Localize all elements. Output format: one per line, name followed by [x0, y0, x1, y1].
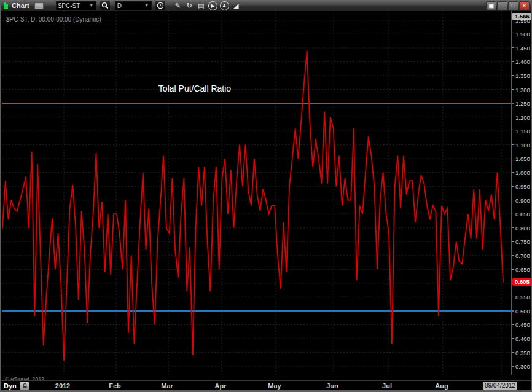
eraser-button[interactable]: ◢: [231, 1, 241, 10]
y-tick-mark: [512, 200, 514, 200]
y-tick-label: 1.100: [515, 142, 530, 149]
y-tick-mark: [512, 159, 514, 159]
y-tick-mark: [512, 103, 514, 104]
y-tick-mark: [512, 20, 514, 20]
y-tick-label: 0.350: [515, 350, 530, 356]
y-tick-label: 0.300: [515, 363, 530, 370]
y-tick-label: 1.550: [515, 17, 530, 24]
window-title: Chart: [12, 2, 29, 9]
x-axis-label: Mar: [161, 382, 173, 390]
x-axis-label: 2012: [55, 382, 70, 390]
x-axis-label: Feb: [109, 382, 121, 390]
interval-combo[interactable]: D ▼: [115, 1, 152, 10]
refresh-icon: ↻: [187, 2, 192, 10]
play-icon: ▶: [208, 1, 217, 10]
draw-pencil-button[interactable]: ✎: [173, 1, 183, 10]
x-axis-label: May: [268, 382, 281, 390]
plot-bottom-border: [1, 375, 510, 375]
y-tick-label: 1.000: [515, 170, 530, 176]
toolbar-buttons: ✎↻▤▶A◢: [171, 1, 241, 10]
cursor-date-badge: 09/04/2012: [483, 382, 517, 390]
chart-text-annotation[interactable]: Tolal Put/Call Ratio: [158, 84, 231, 93]
y-tick-mark: [512, 89, 514, 90]
y-tick-mark: [512, 324, 514, 325]
maximize-button[interactable]: □: [508, 1, 518, 10]
auto-study-button[interactable]: A: [219, 1, 230, 10]
y-tick-mark: [512, 214, 514, 214]
quote-note-button[interactable]: ▤: [196, 1, 206, 10]
y-tick-mark: [512, 117, 514, 117]
y-tick-mark: [512, 227, 514, 228]
chevron-down-icon: ▼: [89, 3, 94, 8]
last-price-badge: 0.605: [512, 278, 532, 286]
lock-icon: [22, 383, 28, 389]
interval-value: D: [117, 2, 122, 9]
y-tick-label: 1.150: [515, 128, 530, 135]
refresh-button[interactable]: ↻: [184, 1, 195, 10]
float-button[interactable]: ▣: [486, 1, 496, 10]
y-tick-mark: [512, 75, 514, 76]
window-controls: ▣–□×: [486, 1, 530, 10]
chart-plot-area[interactable]: $PC-ST, D, 00:00-00:00 (Dynamic) Tolal P…: [2, 11, 511, 375]
symbol-value: $PC-ST: [58, 2, 80, 9]
y-axis-scale[interactable]: 1.566 0.605 1.5501.5001.4501.4001.3501.3…: [511, 11, 532, 375]
interval-clock-button[interactable]: [155, 1, 165, 10]
play-button[interactable]: ▶: [208, 1, 218, 10]
y-tick-label: 0.950: [515, 183, 530, 190]
y-tick-mark: [512, 131, 514, 131]
chart-app-icon: [4, 2, 8, 9]
y-tick-label: 0.650: [515, 266, 530, 273]
y-tick-mark: [512, 186, 514, 187]
y-tick-label: 0.550: [515, 294, 530, 300]
y-tick-label: 0.850: [515, 211, 530, 218]
y-tick-mark: [512, 47, 514, 48]
y-tick-mark: [512, 34, 514, 34]
y-tick-mark: [512, 352, 514, 353]
link-group-badge-icon[interactable]: [34, 2, 44, 9]
y-tick-mark: [512, 61, 514, 62]
y-tick-label: 0.400: [515, 335, 530, 342]
y-tick-mark: [512, 172, 514, 173]
y-tick-mark: [512, 144, 514, 145]
x-axis-label: Aug: [435, 382, 448, 390]
eraser-icon: ◢: [233, 2, 238, 10]
y-tick-label: 0.900: [515, 197, 530, 204]
y-tick-label: 0.800: [515, 225, 530, 232]
chart-window: Chart $PC-ST ▼ D ▼ ✎↻▤▶A◢ ▣–□× $PC: [0, 0, 532, 392]
y-tick-label: 1.350: [515, 73, 530, 79]
y-tick-mark: [512, 297, 514, 297]
magnifier-icon: [101, 2, 109, 9]
y-tick-label: 1.450: [515, 45, 530, 52]
symbol-search-button[interactable]: [100, 1, 110, 10]
y-tick-mark: [512, 366, 514, 367]
symbol-combo[interactable]: $PC-ST ▼: [56, 1, 96, 10]
y-tick-label: 0.500: [515, 308, 530, 315]
y-tick-mark: [512, 338, 514, 339]
clock-icon: [157, 2, 164, 9]
y-tick-label: 1.050: [515, 155, 530, 162]
y-tick-mark: [512, 310, 514, 312]
draw-pencil-icon: ✎: [175, 2, 181, 10]
dynamic-mode-label: Dyn: [4, 382, 17, 390]
x-axis-label: Apr: [215, 382, 227, 390]
y-tick-label: 1.250: [515, 100, 530, 107]
price-chart-canvas[interactable]: [2, 11, 511, 375]
x-axis-bar[interactable]: Dyn 09/04/2012 2012FebMarAprMayJunJulAug: [1, 380, 532, 391]
minimize-button[interactable]: –: [497, 1, 507, 10]
close-button[interactable]: ×: [519, 1, 530, 10]
window-titlebar[interactable]: Chart $PC-ST ▼ D ▼ ✎↻▤▶A◢ ▣–□×: [1, 0, 531, 11]
chart-info-line: $PC-ST, D, 00:00-00:00 (Dynamic): [6, 16, 101, 23]
y-tick-label: 0.450: [515, 321, 530, 328]
quote-note-icon: ▤: [198, 2, 204, 10]
y-tick-label: 1.500: [515, 31, 530, 37]
x-axis-label: Jun: [326, 382, 338, 390]
y-tick-label: 1.200: [515, 114, 530, 121]
axis-lock-button[interactable]: [20, 382, 29, 391]
y-tick-label: 0.700: [515, 253, 530, 259]
auto-study-icon: A: [220, 1, 229, 10]
x-axis-label: Jul: [382, 382, 392, 390]
y-tick-label: 1.300: [515, 87, 530, 93]
y-tick-mark: [512, 241, 514, 242]
y-tick-mark: [512, 255, 514, 256]
chevron-down-icon: ▼: [144, 3, 149, 8]
